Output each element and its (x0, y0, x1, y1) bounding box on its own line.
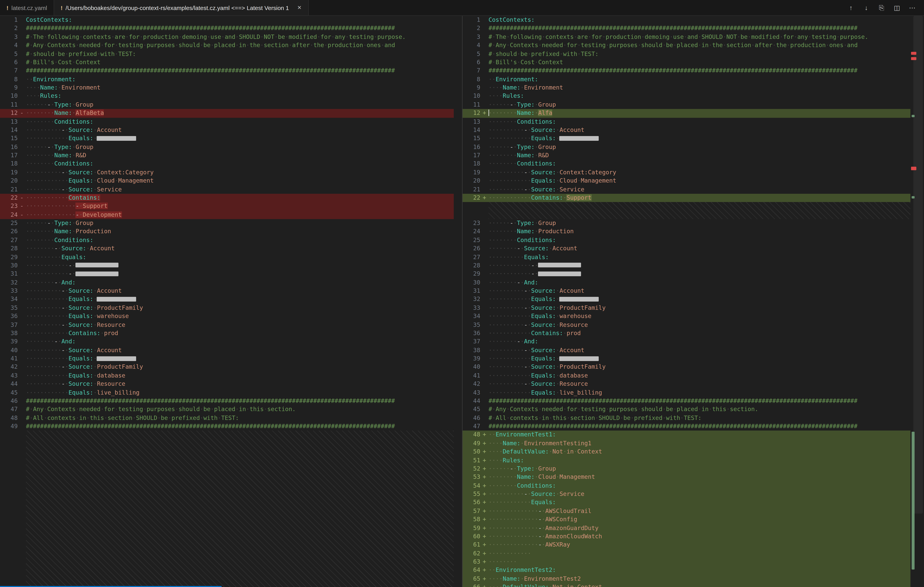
gutter[interactable]: 34 (463, 312, 488, 321)
line-number[interactable]: 64 (463, 566, 480, 575)
code-line-original-45[interactable]: 45············Equals:·live_billing (0, 388, 454, 397)
code-content[interactable]: #·Any·Contexts·needed·for·testing·purpos… (26, 405, 454, 414)
code-content[interactable]: ············Equals:·live_billing (26, 388, 454, 397)
line-number[interactable]: 39 (463, 355, 480, 363)
code-content[interactable]: ········-·And: (26, 278, 454, 287)
gutter[interactable]: 19 (463, 168, 488, 177)
gutter[interactable]: 22- (0, 194, 26, 202)
code-line-modified-21[interactable]: 21··········-·Source:·Service (463, 185, 911, 194)
line-number[interactable]: 31 (0, 270, 18, 278)
gutter[interactable]: 28 (463, 261, 488, 270)
code-line-original-3[interactable]: 3#·The·following·contexts·are·for·produc… (0, 33, 454, 41)
gutter[interactable]: 37 (0, 321, 26, 329)
code-line-original-11[interactable]: 11······-·Type:·Group (0, 100, 454, 109)
code-line-original-9[interactable]: 9····Name:·Environment (0, 84, 454, 92)
code-line-modified-36[interactable]: 36············Contains:·prod (463, 329, 911, 338)
code-content[interactable]: ··········-·Source:·Account (26, 346, 454, 355)
gutter[interactable]: 13 (463, 118, 488, 126)
line-number[interactable]: 12 (463, 109, 480, 117)
gutter[interactable]: 37 (463, 338, 488, 346)
code-line-modified-9[interactable]: 9····Name:·Environment (463, 84, 911, 92)
line-number[interactable]: 6 (0, 58, 18, 67)
code-content[interactable]: #·should·be·prefixed·with·TEST: (488, 50, 911, 58)
code-content[interactable]: ########################################… (488, 67, 911, 75)
code-line-modified-35[interactable]: 35··········-·Source:·Resource (463, 321, 911, 329)
code-content[interactable]: ············Equals:·Cloud·Management (488, 177, 911, 185)
line-number[interactable]: 14 (463, 126, 480, 135)
code-line-modified-28[interactable]: 28············-· (463, 261, 911, 270)
gutter[interactable]: 17 (0, 151, 26, 160)
code-line-modified-18[interactable]: 18········Conditions: (463, 160, 911, 168)
gutter[interactable]: 24- (0, 210, 26, 219)
gutter[interactable]: 21 (0, 185, 26, 194)
code-content[interactable]: ····Rules: (488, 92, 911, 100)
code-content[interactable]: ··············-·AmazonCloudWatch (488, 533, 911, 541)
code-line-modified-11[interactable]: 11······-·Type:·Group (463, 100, 911, 109)
gutter[interactable]: 3 (0, 33, 26, 41)
gutter[interactable] (0, 431, 26, 587)
code-content[interactable]: ··········-·Source:·Context:Category (26, 168, 454, 177)
code-content[interactable]: ··········-·Source:·ProductFamily (26, 304, 454, 312)
gutter[interactable]: 15 (463, 135, 488, 143)
gutter[interactable]: 50+ (463, 447, 488, 456)
gutter[interactable]: 18 (463, 160, 488, 168)
line-number[interactable]: 10 (463, 92, 480, 100)
gutter[interactable]: 36 (463, 329, 488, 338)
gutter[interactable]: 33 (463, 304, 488, 312)
code-line-original-2[interactable]: 2#######################################… (0, 24, 454, 33)
code-content[interactable]: ··········-·Source:·Account (26, 126, 454, 135)
code-line-modified-41[interactable]: 41············Equals:·database (463, 372, 911, 380)
line-number[interactable]: 37 (0, 321, 18, 329)
code-content[interactable]: ············Equals:· (488, 295, 911, 304)
gutter[interactable]: 41 (463, 372, 488, 380)
line-number[interactable]: 22 (463, 194, 480, 202)
code-line-modified-39[interactable]: 39············Equals:· (463, 355, 911, 363)
gutter[interactable]: 30 (463, 278, 488, 287)
code-content[interactable]: ··········-·Source:·ProductFamily (26, 363, 454, 372)
gutter[interactable]: 32 (463, 295, 488, 304)
code-content[interactable]: ··········-·Source:·Service (26, 185, 454, 194)
gutter[interactable]: 10 (0, 92, 26, 100)
code-content[interactable]: ··········-·Source:·Account (488, 287, 911, 295)
gutter[interactable]: 5 (463, 50, 488, 58)
code-content[interactable]: ········Name:·R&D (488, 151, 911, 160)
code-content[interactable]: ··········-·Source:·ProductFamily (488, 304, 911, 312)
line-number[interactable]: 8 (463, 75, 480, 84)
code-content[interactable]: ········Conditions: (488, 236, 911, 244)
code-content[interactable]: ········Conditions: (26, 118, 454, 126)
gutter[interactable]: 10 (463, 92, 488, 100)
diff-pane-modified[interactable]: 1CostContexts:2#########################… (462, 16, 924, 587)
code-line-original-37[interactable]: 37··········-·Source:·Resource (0, 321, 454, 329)
line-number[interactable]: 10 (0, 92, 18, 100)
gutter[interactable]: 26 (0, 227, 26, 236)
code-line-modified-19[interactable]: 19··········-·Source:·Context:Category (463, 168, 911, 177)
code-line-original-7[interactable]: 7#######################################… (0, 67, 454, 75)
code-content[interactable]: ····Name:·Environment (488, 84, 911, 92)
gutter[interactable]: 65+ (463, 575, 488, 583)
code-content[interactable]: ··············-·AWSXRay (488, 541, 911, 549)
code-line-original-10[interactable]: 10····Rules: (0, 92, 454, 100)
line-number[interactable]: 36 (0, 312, 18, 321)
code-line-original-44[interactable]: 44··········-·Source:·Resource (0, 380, 454, 388)
code-line-modified-40[interactable]: 40··········-·Source:·ProductFamily (463, 363, 911, 372)
gutter[interactable]: 47 (0, 405, 26, 414)
line-number[interactable]: 42 (463, 380, 480, 388)
line-number[interactable]: 5 (463, 50, 480, 58)
gutter[interactable]: 8 (463, 75, 488, 84)
code-content[interactable]: ··EnvironmentTest2: (488, 566, 911, 575)
code-line-modified-27[interactable]: 27··········Equals: (463, 253, 911, 261)
code-line-modified-2[interactable]: 2#######################################… (463, 24, 911, 33)
code-content[interactable]: ··········Equals: (26, 253, 454, 261)
gutter[interactable]: 23 (463, 219, 488, 227)
gutter[interactable]: 45 (463, 405, 488, 414)
code-line-modified-57[interactable]: 57+··············-·AWSCloudTrail (463, 507, 911, 515)
code-content[interactable]: ············Equals:·Cloud·Management (26, 177, 454, 185)
code-content[interactable] (488, 202, 911, 219)
code-content[interactable]: ··············-·AmazonGuardDuty (488, 524, 911, 533)
line-number[interactable]: 53 (463, 473, 480, 482)
code-line-original-28[interactable]: 28········-·Source:·Account (0, 244, 454, 253)
code-line-modified-61[interactable]: 61+··············-·AWSXRay (463, 541, 911, 549)
code-line-original-26[interactable]: 26········Name:·Production (0, 227, 454, 236)
code-content[interactable]: ········-·Source:·Account (488, 244, 911, 253)
gutter[interactable]: 29 (0, 253, 26, 261)
